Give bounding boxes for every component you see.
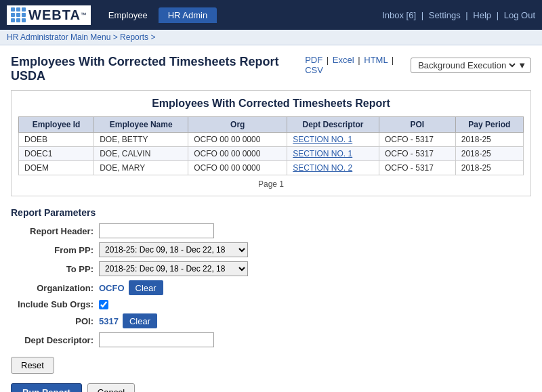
- org-value: OCFO: [99, 283, 125, 293]
- table-cell: OCFO - 5317: [379, 133, 455, 147]
- from-pp-value: 2018-25: Dec 09, 18 - Dec 22, 18: [99, 242, 248, 257]
- table-cell[interactable]: SECTION NO. 1: [287, 147, 379, 161]
- breadcrumb-reports[interactable]: Reports: [120, 32, 148, 42]
- table-cell[interactable]: SECTION NO. 2: [287, 161, 379, 175]
- table-cell: 2018-25: [455, 147, 523, 161]
- bg-exec-select[interactable]: Background Execution: [415, 60, 518, 71]
- table-cell: DOEB: [19, 133, 94, 147]
- poi-value-row: 5317 Clear: [99, 313, 157, 328]
- top-nav-right: Inbox [6] | Settings | Help | Log Out: [382, 10, 535, 20]
- table-cell: OCFO 00 00 0000: [188, 133, 287, 147]
- table-cell: DOE, MARY: [94, 161, 188, 175]
- clear-poi-button[interactable]: Clear: [123, 313, 157, 328]
- param-row-from-pp: From PP: 2018-25: Dec 09, 18 - Dec 22, 1…: [11, 242, 531, 257]
- to-pp-value: 2018-25: Dec 09, 18 - Dec 22, 18: [99, 261, 248, 276]
- logo-box: WEBTA™: [7, 5, 91, 25]
- run-report-button[interactable]: Run Report: [11, 383, 82, 392]
- poi-label: POI:: [11, 316, 99, 326]
- param-row-header: Report Header:: [11, 223, 531, 238]
- logo-tm: ™: [81, 12, 87, 18]
- export-bar: PDF | Excel | HTML | CSV Background Exec…: [305, 55, 531, 75]
- table-row: DOEBDOE, BETTYOCFO 00 00 0000SECTION NO.…: [19, 133, 524, 147]
- table-cell: OCFO - 5317: [379, 161, 455, 175]
- col-employee-name: Employee Name: [94, 117, 188, 133]
- report-header-label: Report Header:: [11, 226, 99, 236]
- clear-org-button[interactable]: Clear: [129, 280, 163, 295]
- export-links: PDF | Excel | HTML | CSV: [305, 55, 406, 75]
- table-cell[interactable]: SECTION NO. 1: [287, 133, 379, 147]
- nav-tab-employee[interactable]: Employee: [99, 7, 157, 23]
- run-cancel-row: Run Report Cancel: [11, 383, 531, 392]
- org-value-row: OCFO Clear: [99, 280, 163, 295]
- breadcrumb: HR Administrator Main Menu > Reports >: [0, 30, 542, 45]
- col-dept-descriptor: Dept Descriptor: [287, 117, 379, 133]
- logo-area: WEBTA™ Employee HR Admin: [7, 5, 217, 25]
- table-cell: OCFO 00 00 0000: [188, 147, 287, 161]
- include-sub-orgs-label: Include Sub Orgs:: [11, 299, 99, 309]
- reset-button[interactable]: Reset: [11, 357, 54, 374]
- poi-value: 5317: [99, 316, 119, 326]
- table-cell: DOEM: [19, 161, 94, 175]
- report-table: Employee Id Employee Name Org Dept Descr…: [18, 116, 524, 175]
- param-row-sub-orgs: Include Sub Orgs:: [11, 299, 531, 309]
- logo-text: WEBTA: [28, 7, 81, 23]
- csv-link[interactable]: CSV: [305, 65, 323, 75]
- bg-exec-dropdown[interactable]: Background Execution ▼: [411, 58, 531, 73]
- include-sub-orgs-checkbox[interactable]: [99, 300, 108, 309]
- html-link[interactable]: HTML: [364, 55, 388, 65]
- pdf-link[interactable]: PDF: [305, 55, 322, 65]
- include-sub-orgs-value: [99, 300, 108, 309]
- param-row-org: Organization: OCFO Clear: [11, 280, 531, 295]
- col-employee-id: Employee Id: [19, 117, 94, 133]
- dept-descriptor-value: [99, 332, 214, 347]
- logout-link[interactable]: Log Out: [504, 10, 535, 20]
- inbox-link[interactable]: Inbox [6]: [382, 10, 416, 20]
- org-label: Organization:: [11, 283, 99, 293]
- col-poi: POI: [379, 117, 455, 133]
- table-cell: DOE, CALVIN: [94, 147, 188, 161]
- table-cell: 2018-25: [455, 161, 523, 175]
- col-org: Org: [188, 117, 287, 133]
- dept-descriptor-input[interactable]: [99, 332, 214, 347]
- report-section: Employees With Corrected Timesheets Repo…: [11, 90, 531, 196]
- help-link[interactable]: Help: [473, 10, 491, 20]
- report-header-value: [99, 223, 214, 238]
- to-pp-label: To PP:: [11, 264, 99, 274]
- settings-link[interactable]: Settings: [429, 10, 461, 20]
- from-pp-label: From PP:: [11, 245, 99, 255]
- cancel-button[interactable]: Cancel: [87, 383, 135, 392]
- table-cell: OCFO 00 00 0000: [188, 161, 287, 175]
- report-title: Employees With Corrected Timesheets Repo…: [18, 97, 524, 110]
- from-pp-select[interactable]: 2018-25: Dec 09, 18 - Dec 22, 18: [99, 242, 248, 257]
- table-cell: DOEC1: [19, 147, 94, 161]
- logo-dots: [11, 7, 26, 22]
- nav-tabs: Employee HR Admin: [99, 7, 217, 23]
- table-cell: OCFO - 5317: [379, 147, 455, 161]
- to-pp-select[interactable]: 2018-25: Dec 09, 18 - Dec 22, 18: [99, 261, 248, 276]
- param-row-poi: POI: 5317 Clear: [11, 313, 531, 328]
- params-section: Report Parameters Report Header: From PP…: [11, 207, 531, 347]
- col-pay-period: Pay Period: [455, 117, 523, 133]
- report-header-input[interactable]: [99, 223, 214, 238]
- param-row-dept-descriptor: Dept Descriptor:: [11, 332, 531, 347]
- excel-link[interactable]: Excel: [333, 55, 354, 65]
- breadcrumb-home[interactable]: HR Administrator Main Menu: [7, 32, 110, 42]
- nav-tab-hradmin[interactable]: HR Admin: [159, 7, 217, 23]
- table-row: DOEMDOE, MARYOCFO 00 00 0000SECTION NO. …: [19, 161, 524, 175]
- table-cell: DOE, BETTY: [94, 133, 188, 147]
- title-row: Employees With Corrected Timesheets Repo…: [11, 52, 531, 83]
- params-title: Report Parameters: [11, 207, 531, 218]
- page-content: Employees With Corrected Timesheets Repo…: [0, 45, 542, 392]
- page-label: Page 1: [18, 179, 524, 189]
- page-title: Employees With Corrected Timesheets Repo…: [11, 55, 305, 83]
- param-row-to-pp: To PP: 2018-25: Dec 09, 18 - Dec 22, 18: [11, 261, 531, 276]
- chevron-down-icon: ▼: [518, 60, 526, 70]
- top-header: WEBTA™ Employee HR Admin Inbox [6] | Set…: [0, 0, 542, 30]
- dept-descriptor-label: Dept Descriptor:: [11, 335, 99, 345]
- table-cell: 2018-25: [455, 133, 523, 147]
- buttons-row: Reset: [11, 357, 531, 374]
- table-row: DOEC1DOE, CALVINOCFO 00 00 0000SECTION N…: [19, 147, 524, 161]
